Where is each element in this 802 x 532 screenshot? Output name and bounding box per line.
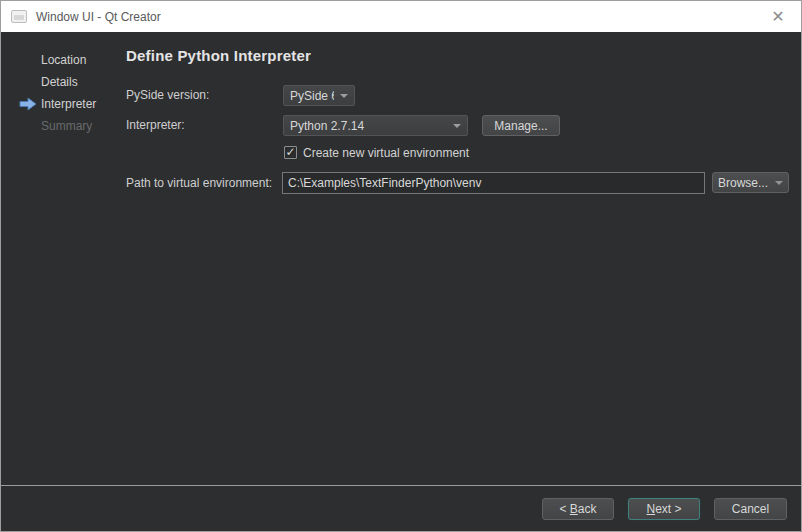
cancel-button-label: Cancel xyxy=(732,502,769,516)
current-step-arrow-icon xyxy=(19,97,37,111)
titlebar: Window UI - Qt Creator ✕ xyxy=(1,1,801,32)
interpreter-select[interactable]: Python 2.7.14 xyxy=(283,115,468,136)
page-title: Define Python Interpreter xyxy=(126,47,311,64)
window-icon xyxy=(11,10,27,23)
manage-button-label: Manage... xyxy=(494,119,547,133)
next-button[interactable]: Next > xyxy=(628,498,700,520)
interpreter-value: Python 2.7.14 xyxy=(290,119,447,133)
chevron-down-icon xyxy=(340,94,348,98)
venv-checkbox[interactable]: ✓ xyxy=(284,146,297,159)
venv-checkbox-row[interactable]: ✓ Create new virtual environment xyxy=(284,145,469,160)
back-button[interactable]: < Back xyxy=(542,498,614,520)
manage-button[interactable]: Manage... xyxy=(482,115,560,136)
cancel-button[interactable]: Cancel xyxy=(714,498,787,520)
sidebar-item-details[interactable]: Details xyxy=(41,74,78,90)
venv-path-label: Path to virtual environment: xyxy=(126,172,272,194)
sidebar-item-interpreter[interactable]: Interpreter xyxy=(41,96,96,112)
wizard-window: Window UI - Qt Creator ✕ Location Detail… xyxy=(0,0,802,532)
chevron-down-icon xyxy=(453,124,461,128)
footer-divider xyxy=(1,485,801,486)
pyside-version-label: PySide version: xyxy=(126,85,209,106)
interpreter-label: Interpreter: xyxy=(126,115,185,136)
pyside-version-value: PySide 6 xyxy=(290,89,334,103)
venv-checkbox-label: Create new virtual environment xyxy=(303,146,469,160)
sidebar-item-location[interactable]: Location xyxy=(41,52,86,68)
pyside-version-select[interactable]: PySide 6 xyxy=(283,85,355,106)
browse-button[interactable]: Browse... xyxy=(712,172,789,193)
window-title: Window UI - Qt Creator xyxy=(36,10,161,24)
check-icon: ✓ xyxy=(285,147,295,158)
sidebar-item-summary: Summary xyxy=(41,118,92,134)
wizard-content: Location Details Interpreter Summary Def… xyxy=(1,32,801,531)
chevron-down-icon xyxy=(775,181,783,185)
venv-path-input[interactable] xyxy=(282,172,705,194)
next-button-label: Next > xyxy=(646,502,681,516)
browse-button-label: Browse... xyxy=(718,176,768,190)
close-icon[interactable]: ✕ xyxy=(765,1,791,32)
back-button-label: < Back xyxy=(559,502,596,516)
